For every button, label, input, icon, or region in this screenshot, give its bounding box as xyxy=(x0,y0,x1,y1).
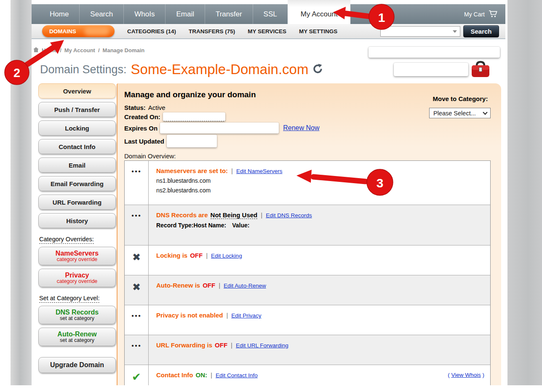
row-title: Nameservers are set to: xyxy=(156,167,228,174)
dns-records-category-title: DNS Records xyxy=(56,309,99,316)
cross-icon: ✖ xyxy=(132,281,141,305)
row-title: DNS Records are xyxy=(156,211,208,219)
sidebar-item-auto-renew-category[interactable]: Auto-Renew set at category xyxy=(38,328,116,346)
sidebar-item-dns-records-category[interactable]: DNS Records set at category xyxy=(38,306,116,324)
sidebar-item-privacy-override[interactable]: Privacy category override xyxy=(38,269,116,287)
row-status: ON: xyxy=(196,371,208,379)
sidebar-item-contact-info[interactable]: Contact Info xyxy=(38,139,116,154)
nav-tab-ssl[interactable]: SSL xyxy=(253,4,288,24)
edit-dns-records-link[interactable]: Edit DNS Records xyxy=(266,212,312,219)
redacted-box xyxy=(368,47,500,58)
dots-icon: ●●● xyxy=(131,169,142,205)
dots-icon: ●●● xyxy=(131,213,142,245)
row-title: Auto-Renew is xyxy=(156,282,200,289)
page-title-prefix: Domain Settings: xyxy=(40,63,127,76)
screenshot-canvas: Home Search WhoIs Email Transfer SSL My … xyxy=(0,0,542,392)
domains-label: DOMAINS xyxy=(49,28,76,35)
nameserver-1: ns1.bluestardns.com xyxy=(156,177,483,184)
dots-icon: ●●● xyxy=(131,313,142,335)
edit-contact-info-link[interactable]: Edit Contact Info xyxy=(216,372,258,379)
table-row-auto-renew: ✖ Auto-Renew is OFF | Edit Auto-Renew xyxy=(125,275,490,305)
edit-nameservers-link[interactable]: Edit NameServers xyxy=(236,168,283,174)
edit-auto-renew-link[interactable]: Edit Auto-Renew xyxy=(224,283,266,289)
nav-tab-email[interactable]: Email xyxy=(165,4,205,24)
nameserver-2: ns2.bluestardns.com xyxy=(156,187,483,194)
host-name-label: Host Name: xyxy=(193,222,226,229)
subnav-item-categories[interactable]: CATEGORIES (14) xyxy=(127,28,176,35)
dns-records-category-subtitle: set at category xyxy=(60,316,94,322)
subnav-item-domains[interactable]: DOMAINS xyxy=(42,25,115,37)
redacted-blur xyxy=(84,27,109,35)
status-value: Active xyxy=(148,104,166,111)
sidebar: Overview Push / Transfer Locking Contact… xyxy=(38,83,116,376)
edit-privacy-link[interactable]: Edit Privacy xyxy=(231,312,261,319)
subnav-item-transfers[interactable]: TRANSFERS (75) xyxy=(189,28,235,35)
toolbox-icon[interactable] xyxy=(471,60,490,80)
domain-overview-label: Domain Overview: xyxy=(124,152,176,160)
chevron-down-icon xyxy=(453,30,457,33)
nav-tab-transfer[interactable]: Transfer xyxy=(205,4,253,24)
created-on-label: Created On: xyxy=(124,113,160,120)
renew-now-link[interactable]: Renew Now xyxy=(283,124,319,132)
sidebar-item-email[interactable]: Email xyxy=(38,157,116,173)
bottom-band xyxy=(0,385,542,392)
subnav-item-my-services[interactable]: MY SERVICES xyxy=(248,28,286,35)
edit-locking-link[interactable]: Edit Locking xyxy=(211,253,242,259)
my-cart-button[interactable]: My Cart xyxy=(464,4,499,24)
redacted-expires-date xyxy=(160,123,279,133)
redacted-updated-date xyxy=(167,135,217,147)
view-whois-link[interactable]: View Whois xyxy=(451,372,481,378)
sidebar-item-url-forwarding[interactable]: URL Forwarding xyxy=(38,195,116,210)
sidebar-item-history[interactable]: History xyxy=(38,213,116,228)
breadcrumb-separator: / xyxy=(98,47,100,53)
cart-icon xyxy=(489,10,499,19)
record-type-label: Record Type: xyxy=(156,222,193,229)
domain-overview-table: ●●● Nameservers are set to: | Edit NameS… xyxy=(124,160,491,389)
nav-tab-my-account[interactable]: My Account xyxy=(288,0,350,24)
search-button[interactable]: Search xyxy=(463,25,499,37)
move-to-category-label: Move to Category: xyxy=(429,95,491,102)
nav-tab-search[interactable]: Search xyxy=(79,4,123,24)
sidebar-item-push-transfer[interactable]: Push / Transfer xyxy=(38,102,116,117)
redacted-box xyxy=(394,63,468,76)
refresh-icon[interactable] xyxy=(312,64,323,76)
table-row-locking: ✖ Locking is OFF | Edit Locking xyxy=(125,245,490,275)
row-status: OFF xyxy=(215,341,227,349)
breadcrumb-separator: / xyxy=(60,47,61,53)
left-gutter xyxy=(11,0,32,385)
auto-renew-category-subtitle: set at category xyxy=(60,338,94,344)
privacy-override-subtitle: category override xyxy=(57,279,98,285)
value-label: Value: xyxy=(232,222,249,229)
sidebar-item-overview[interactable]: Overview xyxy=(38,83,116,99)
breadcrumb-home[interactable]: Home xyxy=(42,47,57,53)
section-heading: Manage and organize your domain xyxy=(124,90,256,99)
edit-url-forwarding-link[interactable]: Edit URL Forwarding xyxy=(236,342,288,349)
row-title: URL Forwarding is xyxy=(156,341,212,349)
row-status: Not Being Used xyxy=(211,211,258,219)
nav-tab-whois[interactable]: WhoIs xyxy=(123,4,165,24)
search-combobox[interactable] xyxy=(380,26,460,37)
row-title: Contact Info xyxy=(156,371,193,379)
top-navigation: Home Search WhoIs Email Transfer SSL My … xyxy=(32,4,505,24)
breadcrumb-my-account[interactable]: My Account xyxy=(64,47,95,53)
set-at-category-label: Set at Category Level: xyxy=(39,295,116,301)
category-select-value: Please Select... xyxy=(433,110,476,117)
home-icon xyxy=(33,47,39,53)
nav-tab-home[interactable]: Home xyxy=(39,4,79,24)
cross-icon: ✖ xyxy=(132,251,141,275)
row-title: Privacy is not enabled xyxy=(156,312,223,319)
breadcrumb-manage-domain: Manage Domain xyxy=(103,47,145,53)
page: Home Search WhoIs Email Transfer SSL My … xyxy=(32,0,505,385)
dots-icon: ●●● xyxy=(131,343,142,365)
subnav-item-my-settings[interactable]: MY SETTINGS xyxy=(299,28,337,35)
sidebar-item-locking[interactable]: Locking xyxy=(38,120,116,136)
sidebar-item-email-forwarding[interactable]: Email Forwarding xyxy=(38,176,116,191)
last-updated-label: Last Updated xyxy=(124,138,164,145)
upgrade-domain-button[interactable]: Upgrade Domain xyxy=(38,357,116,373)
table-row-privacy: ●●● Privacy is not enabled | Edit Privac… xyxy=(125,305,490,335)
chevron-down-icon xyxy=(483,110,487,115)
table-row-url-forwarding: ●●● URL Forwarding is OFF | Edit URL For… xyxy=(125,335,490,365)
sidebar-item-nameservers-override[interactable]: NameServers category override xyxy=(38,247,116,265)
status-label: Status: xyxy=(124,104,146,111)
category-select[interactable]: Please Select... xyxy=(429,108,491,118)
